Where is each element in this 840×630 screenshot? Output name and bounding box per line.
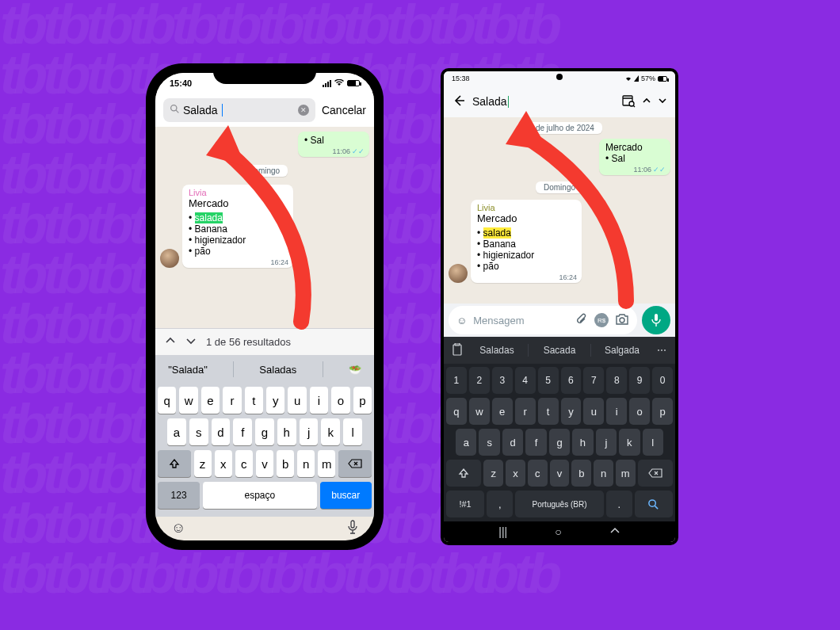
nav-keyboard-hide-icon[interactable] (609, 525, 620, 538)
key-z[interactable]: z (194, 450, 212, 477)
camera-icon[interactable] (615, 313, 629, 328)
suggestion-emoji[interactable]: 🥗 (349, 364, 361, 376)
key-u[interactable]: u (583, 398, 604, 425)
numbers-key[interactable]: 123 (158, 482, 200, 509)
key-t[interactable]: t (245, 387, 263, 414)
backspace-key[interactable] (638, 460, 673, 487)
key-v[interactable]: v (550, 460, 570, 487)
search-key[interactable]: buscar (320, 482, 372, 509)
nav-home-icon[interactable]: ○ (555, 525, 561, 538)
key-6[interactable]: 6 (561, 367, 582, 394)
symbols-key[interactable]: !#1 (446, 491, 484, 517)
emoji-icon[interactable]: ☺ (456, 315, 467, 326)
key-y[interactable]: y (266, 387, 284, 414)
key-m[interactable]: m (318, 450, 335, 477)
suggestion-item[interactable]: "Salada" (168, 364, 208, 376)
key-m[interactable]: m (616, 460, 636, 487)
key-w[interactable]: w (179, 387, 197, 414)
key-k[interactable]: k (321, 418, 340, 445)
period-key[interactable]: . (606, 491, 632, 517)
key-g[interactable]: g (255, 418, 274, 445)
more-suggestions-icon[interactable]: ⋯ (653, 345, 670, 356)
android-search-field[interactable]: Salada (472, 95, 615, 109)
key-u[interactable]: u (288, 387, 306, 414)
key-f[interactable]: f (525, 429, 546, 456)
prev-result-icon[interactable] (642, 95, 651, 108)
ios-search-field[interactable]: Salada ✕ (163, 98, 315, 122)
space-key[interactable]: Português (BR) (515, 491, 603, 517)
shift-key[interactable] (158, 450, 191, 477)
back-arrow-icon[interactable] (452, 94, 466, 110)
key-c[interactable]: c (528, 460, 548, 487)
key-v[interactable]: v (256, 450, 273, 477)
suggestion-item[interactable]: Salgada (596, 345, 648, 356)
key-a[interactable]: a (167, 418, 186, 445)
space-key[interactable]: espaço (203, 482, 316, 509)
key-b[interactable]: b (277, 450, 294, 477)
key-c[interactable]: c (235, 450, 253, 477)
next-result-icon[interactable] (658, 95, 667, 108)
key-x[interactable]: x (215, 450, 232, 477)
calendar-search-icon[interactable] (621, 94, 636, 110)
key-n[interactable]: n (594, 460, 613, 487)
key-2[interactable]: 2 (469, 367, 490, 394)
key-q[interactable]: q (446, 398, 467, 425)
key-a[interactable]: a (456, 429, 476, 456)
key-1[interactable]: 1 (446, 367, 467, 394)
key-h[interactable]: h (277, 418, 296, 445)
key-0[interactable]: 0 (652, 367, 673, 394)
key-e[interactable]: e (201, 387, 220, 414)
key-o[interactable]: o (629, 398, 650, 425)
key-q[interactable]: q (158, 387, 176, 414)
key-d[interactable]: d (502, 429, 523, 456)
suggestion-item[interactable]: Saladas (471, 345, 523, 356)
clipboard-icon[interactable] (449, 343, 466, 358)
key-i[interactable]: i (310, 387, 328, 414)
key-j[interactable]: j (596, 429, 617, 456)
key-9[interactable]: 9 (629, 367, 650, 394)
key-l[interactable]: l (343, 418, 362, 445)
key-o[interactable]: o (331, 387, 349, 414)
key-p[interactable]: p (652, 398, 673, 425)
comma-key[interactable]: , (487, 491, 513, 517)
key-f[interactable]: f (233, 418, 252, 445)
mic-button[interactable] (642, 306, 670, 334)
key-h[interactable]: h (572, 429, 593, 456)
backspace-key[interactable] (338, 450, 372, 477)
suggestion-item[interactable]: Sacada (533, 345, 586, 356)
key-g[interactable]: g (549, 429, 570, 456)
suggestion-item[interactable]: Saladas (259, 364, 296, 376)
search-key[interactable] (635, 491, 673, 517)
key-s[interactable]: s (479, 429, 499, 456)
key-7[interactable]: 7 (583, 367, 604, 394)
clear-search-icon[interactable]: ✕ (298, 105, 309, 116)
emoji-key-icon[interactable]: ☺ (171, 520, 185, 538)
key-s[interactable]: s (189, 418, 208, 445)
key-r[interactable]: r (223, 387, 241, 414)
prev-result-icon[interactable] (165, 335, 176, 349)
key-3[interactable]: 3 (492, 367, 513, 394)
key-i[interactable]: i (606, 398, 627, 425)
outgoing-message[interactable]: Sal 11:06✓✓ (298, 132, 369, 157)
nav-recents-icon[interactable]: ||| (498, 525, 507, 538)
key-w[interactable]: w (469, 398, 490, 425)
next-result-icon[interactable] (185, 335, 197, 349)
key-j[interactable]: j (300, 418, 319, 445)
attach-icon[interactable] (575, 313, 588, 328)
cancel-button[interactable]: Cancelar (322, 104, 366, 116)
incoming-message[interactable]: Livia Mercado salada Banana higienizador… (182, 185, 293, 268)
key-p[interactable]: p (353, 387, 372, 414)
dictation-icon[interactable] (347, 520, 358, 538)
key-y[interactable]: y (561, 398, 582, 425)
key-5[interactable]: 5 (538, 367, 559, 394)
key-t[interactable]: t (538, 398, 559, 425)
outgoing-message[interactable]: Mercado Sal 11:06✓✓ (599, 139, 670, 175)
key-k[interactable]: k (619, 429, 640, 456)
key-n[interactable]: n (297, 450, 315, 477)
shift-key[interactable] (446, 460, 481, 487)
key-8[interactable]: 8 (606, 367, 627, 394)
key-e[interactable]: e (492, 398, 513, 425)
key-z[interactable]: z (483, 460, 503, 487)
incoming-message[interactable]: Livia Mercado salada Banana higienizador… (471, 200, 582, 283)
key-b[interactable]: b (571, 460, 591, 487)
